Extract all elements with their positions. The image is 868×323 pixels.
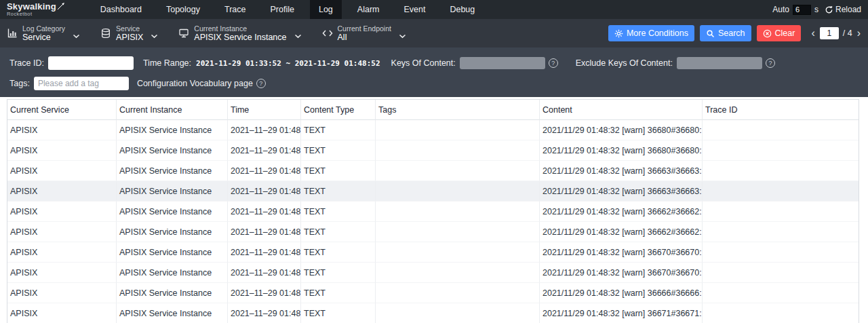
cell-content-type: TEXT: [301, 283, 376, 303]
selector-service[interactable]: Service APISIX: [100, 24, 158, 42]
cell-time: 2021–11–29 01:48:52: [228, 181, 301, 202]
help-icon[interactable]: ?: [766, 58, 775, 68]
cell-content-type: TEXT: [301, 161, 376, 181]
cell-trace-id: [703, 303, 859, 323]
table-row[interactable]: APISIX APISIX Service Instance 2021–11–2…: [7, 181, 859, 202]
clear-button[interactable]: Clear: [757, 25, 802, 41]
selector-log-category[interactable]: Log Category Service: [7, 24, 80, 42]
cell-trace-id: [703, 181, 859, 202]
cell-service: APISIX: [7, 283, 117, 303]
cell-service: APISIX: [7, 161, 117, 181]
table-body: APISIX APISIX Service Instance 2021–11–2…: [7, 120, 859, 323]
table-row[interactable]: APISIX APISIX Service Instance 2021–11–2…: [7, 202, 859, 222]
cell-tags: [376, 222, 540, 242]
search-icon: [706, 29, 715, 38]
cell-tags: [376, 283, 540, 303]
table-row[interactable]: APISIX APISIX Service Instance 2021–11–2…: [7, 140, 859, 161]
conditions-panel: Trace ID: Time Range: 2021-11-29 01:33:5…: [0, 48, 868, 97]
nav-item-event[interactable]: Event: [395, 0, 434, 19]
selector-label: Current Endpoint: [338, 24, 391, 33]
cell-instance: APISIX Service Instance: [117, 242, 228, 263]
col-time: Time: [228, 100, 301, 120]
col-tags: Tags: [376, 100, 540, 120]
nav-right: Auto 6 s Reload: [772, 5, 861, 15]
search-button[interactable]: Search: [700, 25, 751, 41]
nav-item-alarm[interactable]: Alarm: [349, 0, 389, 19]
auto-interval-input[interactable]: 6: [793, 5, 811, 15]
col-content-type: Content Type: [301, 100, 376, 120]
col-current-service: Current Service: [7, 100, 117, 120]
next-page-button[interactable]: ›: [856, 28, 861, 39]
logo-subtitle: Rocketbot: [7, 12, 65, 17]
cell-content-type: TEXT: [301, 181, 376, 202]
auto-label: Auto: [772, 5, 789, 14]
cell-instance: APISIX Service Instance: [117, 283, 228, 303]
trace-id-input[interactable]: [48, 56, 134, 70]
tags-label: Tags:: [9, 79, 30, 88]
selector-current-instance[interactable]: Current Instance APISIX Service Instance: [178, 24, 301, 42]
nav-item-log[interactable]: Log: [310, 0, 342, 19]
chevron-down-icon: [399, 34, 406, 39]
col-trace-id: Trace ID: [703, 100, 859, 120]
chart-icon: [7, 28, 18, 39]
instance-icon: [178, 28, 189, 39]
selector-current-endpoint[interactable]: Current Endpoint All: [322, 24, 406, 42]
toolbar-actions: More Conditions Search Clear ‹ 1 / 4 ›: [608, 25, 861, 41]
exclude-keys-label: Exclude Keys Of Content:: [576, 58, 673, 68]
table-row[interactable]: APISIX APISIX Service Instance 2021–11–2…: [7, 303, 859, 323]
table-row[interactable]: APISIX APISIX Service Instance 2021–11–2…: [7, 222, 859, 242]
selector-value: APISIX: [116, 33, 143, 42]
prev-page-button[interactable]: ‹: [810, 28, 815, 39]
vocabulary-link[interactable]: Configuration Vocabulary page: [137, 79, 253, 88]
nav-item-topology[interactable]: Topology: [157, 0, 209, 19]
nav-item-trace[interactable]: Trace: [216, 0, 255, 19]
nav-items: Dashboard Topology Trace Profile Log Ala…: [88, 0, 487, 19]
table-row[interactable]: APISIX APISIX Service Instance 2021–11–2…: [7, 161, 859, 181]
selector-label: Log Category: [22, 24, 65, 33]
gear-icon: [614, 29, 623, 38]
cell-trace-id: [703, 222, 859, 242]
logo-title: Skywalking: [7, 2, 56, 11]
selector-label: Service: [116, 24, 143, 33]
nav-item-debug[interactable]: Debug: [441, 0, 484, 19]
cell-tags: [376, 161, 540, 181]
help-icon[interactable]: ?: [256, 79, 266, 88]
exclude-keys-input[interactable]: [677, 57, 762, 69]
page-input[interactable]: 1: [820, 27, 839, 39]
time-range-value: 2021-11-29 01:33:52 ~ 2021-11-29 01:48:5…: [196, 59, 380, 68]
nav-item-profile[interactable]: Profile: [262, 0, 303, 19]
cell-content-type: TEXT: [301, 263, 376, 283]
more-conditions-button[interactable]: More Conditions: [608, 25, 694, 41]
cell-content-type: TEXT: [301, 242, 376, 263]
database-icon: [100, 28, 111, 39]
table-row[interactable]: APISIX APISIX Service Instance 2021–11–2…: [7, 120, 859, 140]
cell-content-type: TEXT: [301, 202, 376, 222]
cell-content: 2021/11/29 01:48:32 [warn] 36670#36670: …: [540, 263, 703, 283]
reload-label: Reload: [835, 5, 861, 14]
reload-icon: [825, 5, 833, 14]
cell-time: 2021–11–29 01:48:52: [228, 263, 301, 283]
cell-time: 2021–11–29 01:48:52: [228, 202, 301, 222]
top-nav: Skywalking Rocketbot Dashboard Topology …: [0, 0, 868, 19]
cell-tags: [376, 202, 540, 222]
table-row[interactable]: APISIX APISIX Service Instance 2021–11–2…: [7, 263, 859, 283]
reload-button[interactable]: Reload: [825, 5, 861, 14]
cell-content: 2021/11/29 01:48:32 [warn] 36680#36680: …: [540, 120, 703, 140]
table-row[interactable]: APISIX APISIX Service Instance 2021–11–2…: [7, 283, 859, 303]
nav-item-dashboard[interactable]: Dashboard: [92, 0, 151, 19]
log-table: Current Service Current Instance Time Co…: [7, 99, 859, 323]
conditions-row-1: Trace ID: Time Range: 2021-11-29 01:33:5…: [9, 56, 859, 71]
tags-input[interactable]: [34, 77, 129, 90]
search-label: Search: [718, 28, 745, 38]
cell-service: APISIX: [7, 303, 117, 323]
cell-time: 2021–11–29 01:48:52: [228, 303, 301, 323]
cell-service: APISIX: [7, 202, 117, 222]
cell-instance: APISIX Service Instance: [117, 140, 228, 161]
auto-unit: s: [814, 5, 818, 14]
cell-tags: [376, 120, 540, 140]
more-conditions-label: More Conditions: [627, 28, 688, 38]
help-icon[interactable]: ?: [549, 58, 558, 68]
table-row[interactable]: APISIX APISIX Service Instance 2021–11–2…: [7, 242, 859, 263]
keys-of-content-input[interactable]: [460, 57, 545, 69]
cell-tags: [376, 242, 540, 263]
